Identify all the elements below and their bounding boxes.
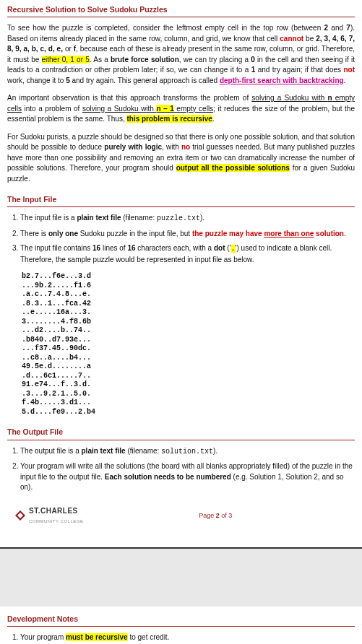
paragraph-observation: An important observation is that this ap…: [7, 93, 355, 125]
input-list: The input file is a plain text file (fil…: [7, 213, 355, 265]
list-item: Your program must be recursive to get cr…: [20, 632, 355, 643]
logo: ST.CHARLES COMMUNITY COLLEGE: [14, 506, 83, 526]
page-footer: ST.CHARLES COMMUNITY COLLEGE Page 2 of 3: [7, 500, 355, 541]
section-title-dev: Development Notes: [7, 614, 355, 627]
list-item: The input file contains 16 lines of 16 c…: [20, 243, 355, 265]
list-item: Your program will write all the solution…: [20, 461, 355, 493]
page-number: Page 2 of 3: [199, 511, 232, 521]
page-2: Recursive Solution to Solve Sudoku Puzzl…: [0, 0, 362, 549]
output-list: The output file is a plain text file (fi…: [7, 446, 355, 493]
sample-puzzle: b2.7...f6e...3.d ...9b.2.....f1.6 .a.c..…: [22, 272, 355, 417]
list-item: The output file is a plain text file (fi…: [20, 446, 355, 458]
page-gap: [0, 549, 362, 606]
dev-list: Your program must be recursive to get cr…: [7, 632, 355, 644]
page-3-top: Development Notes Your program must be r…: [0, 606, 362, 644]
diamond-icon: [14, 510, 26, 521]
section-title-input: The Input File: [7, 194, 355, 207]
section-title-recursive: Recursive Solution to Solve Sudoku Puzzl…: [7, 4, 355, 17]
paragraph-intro: To see how the puzzle is completed, cons…: [7, 23, 355, 86]
paragraph-purists: For Sudoku purists, a puzzle should be d…: [7, 132, 355, 185]
section-title-output: The Output File: [7, 427, 355, 440]
list-item: There is only one Sudoku puzzle in the i…: [20, 229, 355, 240]
list-item: The input file is a plain text file (fil…: [20, 213, 355, 225]
